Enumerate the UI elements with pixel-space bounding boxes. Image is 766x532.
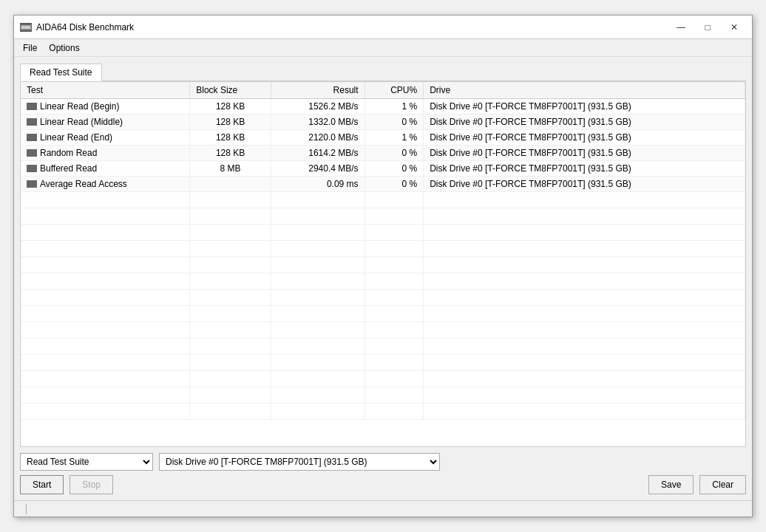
table-row-empty	[21, 290, 745, 306]
cell-cpu: 1 %	[365, 99, 424, 115]
table-row-empty	[21, 241, 745, 257]
results-table: Test Block Size Result CPU% Drive Linear…	[21, 82, 745, 420]
table-row-empty	[21, 306, 745, 322]
cell-cpu: 0 %	[365, 115, 424, 130]
cell-result: 2940.4 MB/s	[271, 161, 365, 177]
cell-block-size	[190, 177, 271, 192]
status-bar	[14, 500, 752, 516]
table-row-empty	[21, 371, 745, 387]
cell-cpu: 0 %	[365, 161, 424, 177]
table-row-empty	[21, 403, 745, 420]
table-row: Linear Read (Begin)128 KB1526.2 MB/s1 %D…	[21, 99, 745, 115]
cell-block-size: 128 KB	[190, 99, 271, 115]
cell-drive: Disk Drive #0 [T-FORCE TM8FP7001T] (931.…	[424, 99, 745, 115]
table-row-empty	[21, 192, 745, 208]
cell-test: Random Read	[21, 146, 190, 161]
table-row-empty	[21, 208, 745, 225]
col-header-test: Test	[21, 82, 190, 99]
drive-select[interactable]: Disk Drive #0 [T-FORCE TM8FP7001T] (931.…	[159, 453, 440, 471]
cell-block-size: 128 KB	[190, 115, 271, 130]
suite-select[interactable]: Read Test Suite Write Test Suite Cache a…	[20, 453, 153, 471]
table-row-empty	[21, 387, 745, 403]
cell-result: 1526.2 MB/s	[271, 99, 365, 115]
cell-block-size: 128 KB	[190, 130, 271, 146]
tab-bar: Read Test Suite	[20, 63, 746, 81]
menu-bar: File Options	[14, 39, 752, 57]
content-area: Read Test Suite Test Block Size Result C…	[14, 57, 752, 500]
selector-row: Read Test Suite Write Test Suite Cache a…	[20, 453, 746, 471]
cell-drive: Disk Drive #0 [T-FORCE TM8FP7001T] (931.…	[424, 115, 745, 130]
cell-test: Linear Read (Middle)	[21, 115, 190, 130]
clear-button[interactable]: Clear	[699, 475, 746, 494]
results-table-container: Test Block Size Result CPU% Drive Linear…	[20, 81, 746, 447]
table-row: Average Read Access0.09 ms0 %Disk Drive …	[21, 177, 745, 192]
cell-result: 2120.0 MB/s	[271, 130, 365, 146]
cell-block-size: 128 KB	[190, 146, 271, 161]
table-row-empty	[21, 338, 745, 355]
cell-test: Buffered Read	[21, 161, 190, 177]
cell-test: Average Read Access	[21, 177, 190, 192]
app-icon	[20, 23, 32, 32]
table-row: Buffered Read8 MB2940.4 MB/s0 %Disk Driv…	[21, 161, 745, 177]
window-controls: — □ ✕	[669, 19, 746, 35]
cell-result: 0.09 ms	[271, 177, 365, 192]
cell-drive: Disk Drive #0 [T-FORCE TM8FP7001T] (931.…	[424, 161, 745, 177]
cell-cpu: 1 %	[365, 130, 424, 146]
cell-result: 1332.0 MB/s	[271, 115, 365, 130]
bottom-controls: Read Test Suite Write Test Suite Cache a…	[20, 447, 746, 494]
table-row-empty	[21, 257, 745, 273]
col-header-cpu: CPU%	[365, 82, 424, 99]
main-window: AIDA64 Disk Benchmark — □ ✕ File Options…	[13, 15, 753, 517]
table-row: Linear Read (Middle)128 KB1332.0 MB/s0 %…	[21, 115, 745, 130]
cell-drive: Disk Drive #0 [T-FORCE TM8FP7001T] (931.…	[424, 130, 745, 146]
close-button[interactable]: ✕	[722, 19, 746, 35]
cell-drive: Disk Drive #0 [T-FORCE TM8FP7001T] (931.…	[424, 146, 745, 161]
table-header-row: Test Block Size Result CPU% Drive	[21, 82, 745, 99]
maximize-button[interactable]: □	[696, 19, 719, 35]
cell-block-size: 8 MB	[190, 161, 271, 177]
col-header-drive: Drive	[424, 82, 745, 99]
menu-options[interactable]: Options	[43, 41, 85, 55]
stop-button[interactable]: Stop	[70, 475, 113, 494]
table-row-empty	[21, 322, 745, 338]
cell-test: Linear Read (Begin)	[21, 99, 190, 115]
start-button[interactable]: Start	[20, 475, 64, 494]
minimize-button[interactable]: —	[669, 19, 693, 35]
tab-read-test-suite[interactable]: Read Test Suite	[20, 64, 102, 81]
save-button[interactable]: Save	[648, 475, 694, 494]
table-row-empty	[21, 355, 745, 371]
table-row-empty	[21, 273, 745, 290]
cell-result: 1614.2 MB/s	[271, 146, 365, 161]
cell-test: Linear Read (End)	[21, 130, 190, 146]
cell-drive: Disk Drive #0 [T-FORCE TM8FP7001T] (931.…	[424, 177, 745, 192]
col-header-result: Result	[271, 82, 365, 99]
status-divider	[26, 504, 27, 514]
table-row: Random Read128 KB1614.2 MB/s0 %Disk Driv…	[21, 146, 745, 161]
cell-cpu: 0 %	[365, 177, 424, 192]
table-row-empty	[21, 225, 745, 241]
cell-cpu: 0 %	[365, 146, 424, 161]
title-bar: AIDA64 Disk Benchmark — □ ✕	[14, 16, 752, 39]
menu-file[interactable]: File	[17, 41, 43, 55]
col-header-block-size: Block Size	[190, 82, 271, 99]
svg-rect-2	[21, 26, 30, 29]
window-title: AIDA64 Disk Benchmark	[36, 22, 669, 33]
table-row: Linear Read (End)128 KB2120.0 MB/s1 %Dis…	[21, 130, 745, 146]
button-row: Start Stop Save Clear	[20, 475, 746, 494]
